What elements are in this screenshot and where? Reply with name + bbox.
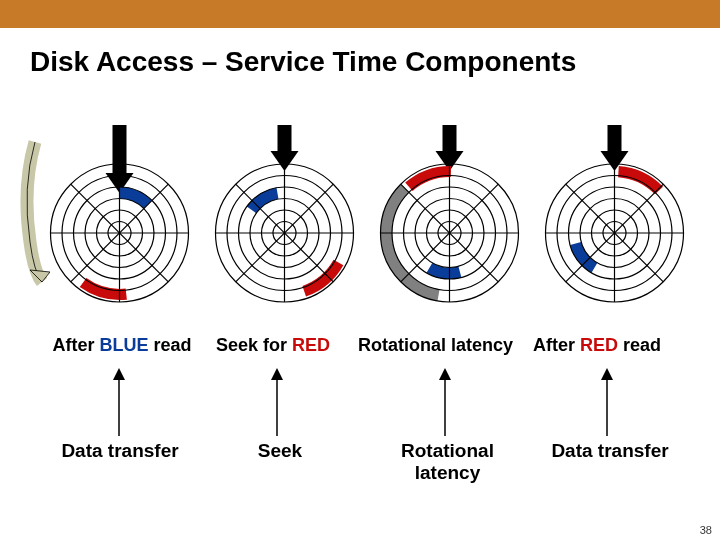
- svg-marker-56: [601, 368, 613, 380]
- svg-rect-25: [443, 125, 457, 151]
- disk-4: [537, 125, 692, 325]
- label-3: Rotational latency: [395, 440, 500, 484]
- disks-row: [0, 125, 720, 325]
- caption-3: Rotational latency: [358, 335, 513, 356]
- caption-1: After BLUE read: [42, 335, 202, 356]
- disk-2: [207, 125, 362, 325]
- slide-title: Disk Access – Service Time Components: [0, 28, 720, 78]
- label-1: Data transfer: [55, 440, 185, 462]
- slide-top-bar: [0, 0, 720, 28]
- caption-2: Seek for RED: [216, 335, 330, 356]
- up-arrow-icon: [112, 368, 126, 436]
- page-number: 38: [700, 524, 712, 536]
- svg-marker-54: [439, 368, 451, 380]
- label-4: Data transfer: [545, 440, 675, 462]
- svg-marker-50: [113, 368, 125, 380]
- up-arrow-icon: [438, 368, 452, 436]
- svg-rect-37: [608, 125, 622, 151]
- disk-3: [372, 125, 527, 325]
- caption-4: After RED read: [533, 335, 661, 356]
- svg-rect-13: [278, 125, 292, 151]
- up-arrow-icon: [270, 368, 284, 436]
- svg-marker-52: [271, 368, 283, 380]
- up-arrow-icon: [600, 368, 614, 436]
- disk-1: [42, 125, 197, 325]
- label-2: Seek: [230, 440, 330, 462]
